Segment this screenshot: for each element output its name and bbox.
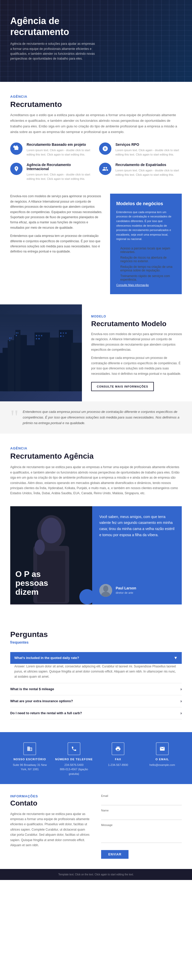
person-overlay-text: O P aspessoasdizem [15,570,48,597]
blue-dot-decoration [79,589,92,605]
building-svg [0,304,82,401]
modelo-building-section: Modelo Recrutamento Modelo Envolva-nos c… [0,304,192,401]
footer-col-email-title: O EMAIL [143,758,182,761]
faq-subtitle: frequentes [10,640,182,644]
faq-question-1[interactable]: What's included in the quoted daily rate… [10,652,182,664]
svg-rect-3 [3,348,8,391]
svg-point-34 [35,539,45,555]
faq-item-2: What is the rental $ mileage › [10,683,182,695]
quote-mark: " [10,409,19,425]
faq-question-4[interactable]: Do I need to return the rental with a fu… [10,707,182,719]
quote-section: " Entendemos que cada empresa possui um … [0,401,192,434]
faq-question-text-4: Do I need to return the rental with a fu… [10,711,82,715]
svg-point-32 [41,518,61,543]
name-input[interactable] [101,813,182,820]
agencia-label: Agência [10,446,182,450]
check-item-3: Redução de tempo na criação de uma empre… [116,264,176,273]
author-avatar-inner [99,584,112,597]
modelo-btn[interactable]: CONSULTE MAIS INFORMAÇÕES [91,382,154,391]
svg-rect-25 [65,332,67,334]
faq-item-1: What's included in the quoted daily rate… [10,652,182,683]
footer-col-fax: FAX 1-234-567-8900 [99,742,138,776]
person-photo: O P aspessoasdizem [10,506,92,605]
recrutamento-desc: Acreditamos que o estilo que a estiliza … [10,112,182,135]
hero-section: Agência de recrutamento Agência de recru… [0,0,192,82]
contact-section: informações Contato Agência de recrutame… [0,784,192,869]
office-icon [23,742,36,755]
service-icon-3 [10,163,22,175]
service-icon-4 [99,163,111,175]
footer-col-email: O EMAIL hello@example.com [143,742,182,776]
hero-content: Agência de recrutamento Agência de recru… [0,0,107,76]
faq-chevron-1: ▼ [174,655,178,660]
service-desc-2: Lorem ipsum text. Click again - double c… [115,148,182,157]
author-avatar [99,584,112,597]
faq-answer-1: Answer: Lorem ipsum dolor sit amet, cons… [10,664,182,683]
svg-rect-7 [26,345,36,391]
svg-rect-10 [59,330,73,391]
testimonial-author: Paul Larson diretor de arte [99,584,174,597]
email-icon [156,742,169,755]
agencia-title: Recrutamento Agência [10,452,182,460]
svg-rect-13 [11,337,12,339]
submit-button[interactable]: ENVIAR [101,850,128,859]
recrutamento-title: Recrutamento [10,100,182,109]
author-role: diretor de arte [116,591,133,594]
quote-text: Entendemos que cada empresa possui um pr… [23,409,182,426]
modelo-desc2: Entendemos que cada empresa possui um pr… [91,355,183,376]
name-label: Name [101,809,182,812]
svg-rect-23 [60,332,61,334]
service-item-3: Agência de Recrutamento Internacional Lo… [10,163,93,181]
svg-rect-18 [36,335,37,336]
author-name: Paul Larson [116,586,136,590]
svg-rect-9 [49,337,60,391]
recrutamento-section: Agência Recrutamento Acreditamos que o e… [0,82,192,194]
modelos-card-desc: Entendemos que cada empresa tem um proce… [116,210,176,242]
footer-col-email-lines: hello@example.com [143,763,182,767]
faq-question-3[interactable]: What are your extra insurance options? › [10,695,182,707]
svg-rect-12 [9,337,10,339]
form-group-name: Name [101,809,182,820]
footer-col-phone-lines: 234-5876-5400888-013-4567 (ligaçãogratui… [54,763,94,776]
services-grid: Recrutamento Baseado em projeto Lorem ip… [10,143,182,181]
service-text-1: Recrutamento Baseado em projeto Lorem ip… [27,143,93,157]
service-desc-1: Lorem ipsum text. Click again - double c… [27,148,93,157]
svg-rect-11 [71,342,82,391]
modelo-desc1: Envolva-nos com modelos de serviço para … [91,331,183,353]
svg-rect-15 [16,332,17,333]
svg-rect-20 [41,335,42,336]
modelo-checklist: Acesso a parcerias locais que sejam rele… [116,246,176,282]
footer-col-phone: NÚMERO DE TELEFONE 234-5876-5400888-013-… [54,742,94,776]
check-item-1: Acesso a parcerias locais que sejam rele… [116,246,176,255]
svg-rect-6 [15,330,21,391]
recrutamento-label: Agência [10,95,182,99]
modelos-card-title: Modelos de negócios [116,201,176,207]
faq-title: Perguntas [10,630,182,639]
form-group-email: Email [101,794,182,805]
contact-form: Email Name Message ENVIAR [101,794,182,859]
email-label: Email [101,794,182,797]
faq-chevron-3: › [181,699,182,703]
service-title-2: Serviços RPO [115,143,182,146]
service-desc-4: Lorem ipsum text. Click again - double c… [115,168,182,177]
faq-question-text-3: What are your extra insurance options? [10,699,73,703]
person-testimonial-section: O P aspessoasdizem Você saben, meus amig… [0,506,192,617]
author-info: Paul Larson diretor de arte [116,586,136,595]
service-title-4: Recrutamento de Expatriados [115,163,182,167]
svg-rect-19 [38,335,40,336]
contact-title: Contato [10,799,91,807]
modelo-building-image [0,304,82,401]
service-text-3: Agência de Recrutamento Internacional Lo… [27,163,93,181]
faq-question-2[interactable]: What is the rental $ mileage › [10,683,182,695]
service-icon-2 [99,143,111,155]
message-textarea[interactable] [101,827,182,843]
service-text-4: Recrutamento de Expatriados Lorem ipsum … [115,163,182,177]
modelos-link[interactable]: Consulte Mais informação [116,283,149,286]
email-input[interactable] [101,799,182,805]
svg-rect-24 [63,332,64,334]
footer-col-office-title: NOSSO ESCRITÓRIO [10,758,50,761]
footer-col-office-lines: Suite 96 Broadway 31 NewYork, NY 1081 [10,763,50,772]
hero-title: Agência de recrutamento [10,15,97,37]
footer-info: NOSSO ESCRITÓRIO Suite 96 Broadway 31 Ne… [0,732,192,784]
service-desc-3: Lorem ipsum text. Click again - double c… [27,172,93,181]
